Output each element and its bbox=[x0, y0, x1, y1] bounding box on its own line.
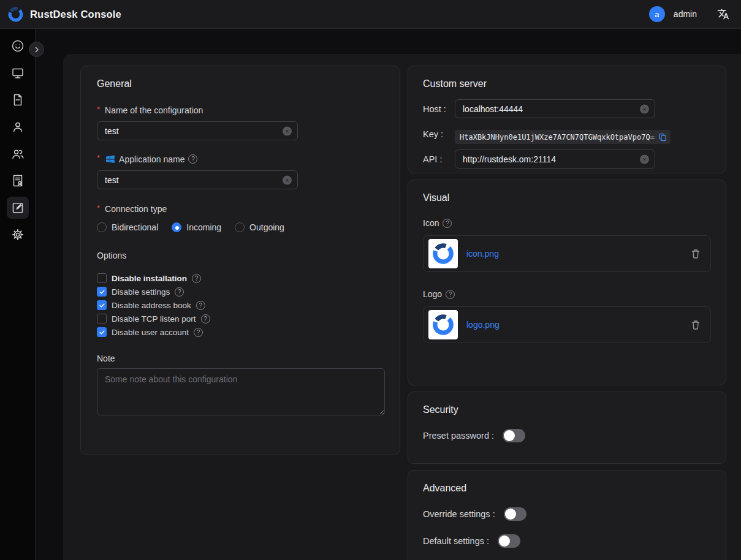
sidebar-item-audit[interactable] bbox=[7, 170, 29, 192]
required-marker: * bbox=[97, 203, 100, 213]
app-name-label: * Application name ? bbox=[97, 154, 384, 164]
help-icon[interactable]: ? bbox=[196, 301, 205, 310]
radio-button[interactable] bbox=[97, 222, 107, 232]
sidebar-item-settings[interactable] bbox=[7, 224, 29, 246]
note-textarea[interactable] bbox=[97, 368, 385, 415]
sidebar-item-devices[interactable] bbox=[7, 62, 29, 84]
help-icon[interactable]: ? bbox=[201, 314, 210, 324]
audit-icon bbox=[10, 173, 25, 188]
help-icon[interactable]: ? bbox=[446, 290, 455, 299]
clear-icon[interactable]: × bbox=[640, 104, 649, 113]
host-value: localhost:44444 bbox=[463, 104, 523, 114]
advanced-panel: Advanced Override settings : Default set… bbox=[408, 470, 726, 560]
main-content: General * Name of the configuration test… bbox=[63, 54, 741, 560]
trash-icon[interactable] bbox=[691, 320, 701, 330]
key-value: HtaXBkJNHyn0e1U1jWXze7A7CN7QTGWqxkOtpaVp… bbox=[460, 133, 655, 142]
chevron-right-icon bbox=[33, 46, 40, 53]
help-icon[interactable]: ? bbox=[175, 287, 184, 297]
radio-incoming[interactable]: Incoming bbox=[172, 222, 221, 232]
connection-type-options: Bidirectional Incoming Outgoing bbox=[97, 222, 384, 232]
default-settings-row: Default settings : bbox=[423, 534, 711, 548]
help-icon[interactable]: ? bbox=[443, 219, 452, 228]
options-label: Options bbox=[97, 251, 384, 260]
preset-password-label: Preset password : bbox=[423, 431, 494, 441]
security-panel: Security Preset password : bbox=[408, 392, 726, 464]
preset-password-row: Preset password : bbox=[423, 429, 711, 442]
default-settings-toggle[interactable] bbox=[498, 534, 520, 548]
icon-label: Icon ? bbox=[423, 218, 711, 228]
help-icon[interactable]: ? bbox=[192, 274, 201, 283]
clear-icon[interactable]: × bbox=[283, 175, 292, 184]
general-panel: General * Name of the configuration test… bbox=[80, 66, 400, 455]
checkbox-disable-installation[interactable]: Disable installation ? bbox=[97, 271, 384, 285]
radio-bidirectional[interactable]: Bidirectional bbox=[97, 222, 158, 232]
app-name-input[interactable]: test × bbox=[97, 170, 298, 189]
language-icon[interactable] bbox=[716, 7, 730, 21]
sidebar-expand-button[interactable] bbox=[29, 42, 44, 57]
sidebar-item-groups[interactable] bbox=[7, 143, 29, 165]
clear-icon[interactable]: × bbox=[283, 126, 292, 135]
key-label: Key : bbox=[423, 129, 455, 139]
general-title: General bbox=[97, 78, 384, 89]
sidebar-item-custom-clients[interactable] bbox=[7, 197, 29, 219]
required-marker: * bbox=[97, 153, 100, 162]
override-settings-label: Override settings : bbox=[423, 509, 495, 519]
key-field: HtaXBkJNHyn0e1U1jWXze7A7CN7QTGWqxkOtpaVp… bbox=[455, 130, 671, 144]
smile-icon bbox=[10, 39, 25, 53]
security-title: Security bbox=[423, 404, 711, 415]
icon-file-row: icon.png bbox=[423, 235, 711, 272]
sidebar-item-users[interactable] bbox=[7, 116, 29, 138]
checkbox[interactable] bbox=[97, 327, 107, 337]
clear-icon[interactable]: × bbox=[640, 154, 649, 164]
checkbox-disable-settings[interactable]: Disable settings ? bbox=[97, 285, 384, 298]
logo-file-link[interactable]: logo.png bbox=[466, 320, 500, 330]
logo-thumbnail bbox=[428, 310, 458, 339]
config-name-input[interactable]: test × bbox=[97, 121, 298, 140]
monitor-icon bbox=[10, 66, 25, 80]
rustdesk-logo-icon bbox=[7, 6, 24, 23]
username[interactable]: admin bbox=[674, 9, 697, 19]
edit-icon bbox=[10, 200, 25, 215]
connection-type-label: * Connection type bbox=[97, 204, 384, 214]
checkbox[interactable] bbox=[97, 300, 107, 310]
radio-button[interactable] bbox=[235, 222, 245, 232]
copy-icon[interactable] bbox=[658, 133, 667, 142]
api-value: http://rustdesk.om:21114 bbox=[463, 154, 556, 164]
host-input[interactable]: localhost:44444 × bbox=[455, 99, 655, 118]
note-label: Note bbox=[97, 354, 384, 363]
required-marker: * bbox=[97, 105, 100, 114]
logo-label: Logo ? bbox=[423, 289, 711, 299]
trash-icon[interactable] bbox=[691, 249, 701, 259]
avatar[interactable]: a bbox=[649, 6, 665, 22]
icon-thumbnail bbox=[428, 239, 458, 268]
team-icon bbox=[10, 146, 25, 161]
checkbox-disable-user-account[interactable]: Disable user account ? bbox=[97, 325, 384, 339]
checkbox[interactable] bbox=[97, 287, 107, 297]
checkbox[interactable] bbox=[97, 273, 107, 283]
radio-outgoing[interactable]: Outgoing bbox=[235, 222, 284, 232]
custom-server-panel: Custom server Host : localhost:44444 × K… bbox=[408, 66, 726, 173]
options-list: Disable installation ? Disable settings … bbox=[97, 271, 384, 339]
radio-button[interactable] bbox=[172, 222, 181, 232]
visual-panel: Visual Icon ? icon.png bbox=[408, 180, 726, 385]
icon-file-link[interactable]: icon.png bbox=[466, 249, 499, 259]
checkbox[interactable] bbox=[97, 314, 107, 324]
checkbox-disable-tcp-listen-port[interactable]: Disable TCP listen port ? bbox=[97, 312, 384, 325]
help-icon[interactable]: ? bbox=[194, 328, 203, 337]
custom-server-title: Custom server bbox=[423, 78, 711, 89]
top-bar: RustDesk Console a admin bbox=[0, 0, 741, 29]
advanced-title: Advanced bbox=[423, 483, 711, 494]
config-name-label: * Name of the configuration bbox=[97, 105, 384, 115]
brand: RustDesk Console bbox=[7, 6, 121, 23]
app-name-value: test bbox=[105, 175, 119, 185]
sidebar-item-documents[interactable] bbox=[7, 89, 29, 111]
help-icon[interactable]: ? bbox=[188, 154, 197, 164]
file-icon bbox=[10, 93, 25, 107]
gear-icon bbox=[10, 227, 25, 242]
api-label: API : bbox=[423, 154, 455, 164]
checkbox-disable-address-book[interactable]: Disable address book ? bbox=[97, 298, 384, 312]
sidebar-item-dashboard[interactable] bbox=[7, 35, 29, 57]
api-input[interactable]: http://rustdesk.om:21114 × bbox=[455, 149, 655, 168]
preset-password-toggle[interactable] bbox=[503, 429, 525, 442]
override-settings-toggle[interactable] bbox=[504, 507, 526, 521]
